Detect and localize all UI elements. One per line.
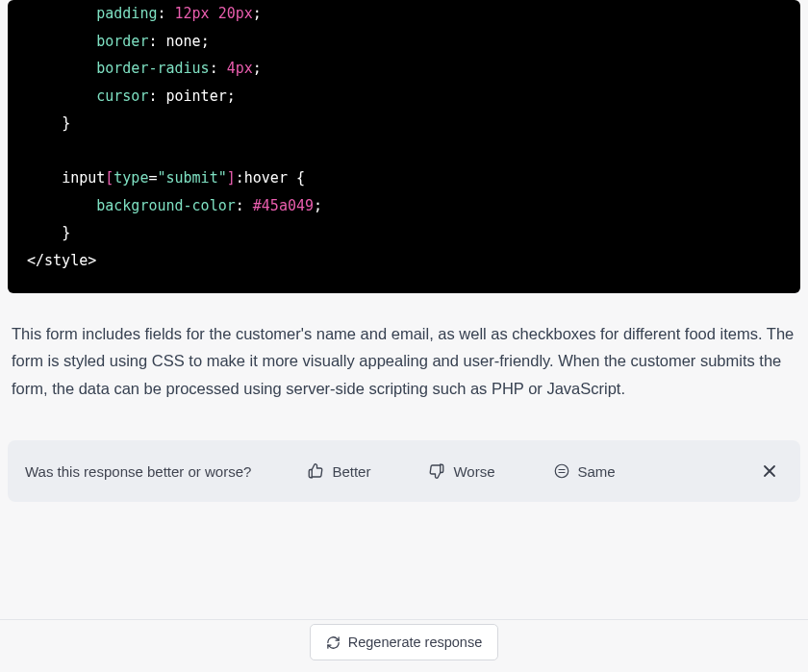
code-token: 12px 20px	[175, 5, 253, 22]
code-token: :	[236, 197, 253, 214]
code-token: 4px	[227, 60, 253, 77]
code-token: :	[148, 33, 165, 50]
regenerate-button[interactable]: Regenerate response	[310, 624, 498, 660]
code-token: [	[105, 169, 114, 187]
code-token: none	[166, 33, 201, 50]
feedback-worse-label: Worse	[453, 463, 494, 480]
code-token: background-color	[96, 197, 236, 214]
code-block: padding: 12px 20px; border: none; border…	[8, 0, 800, 293]
code-token: cursor	[96, 87, 148, 105]
code-token	[27, 5, 96, 22]
code-token: </	[27, 252, 44, 269]
code-token: :	[148, 87, 165, 105]
regenerate-label: Regenerate response	[348, 635, 482, 650]
code-content: padding: 12px 20px; border: none; border…	[8, 0, 800, 274]
code-token: ;	[201, 33, 210, 50]
feedback-close-button[interactable]	[756, 458, 783, 485]
thumbs-down-icon	[428, 462, 445, 480]
thumbs-up-icon	[307, 462, 324, 480]
code-token: pointer	[166, 87, 227, 105]
code-token: #45a049	[253, 197, 314, 214]
code-token: :	[210, 60, 227, 77]
equals-icon	[553, 462, 570, 480]
feedback-worse-button[interactable]: Worse	[422, 459, 500, 484]
code-token: ;	[227, 87, 236, 105]
code-token	[27, 224, 62, 241]
code-token: :	[157, 5, 174, 22]
feedback-same-button[interactable]: Same	[547, 459, 621, 484]
code-token: >	[88, 252, 96, 269]
code-token	[27, 197, 96, 214]
feedback-same-label: Same	[578, 463, 616, 480]
code-token: border-radius	[96, 60, 209, 77]
feedback-prompt: Was this response better or worse?	[25, 463, 251, 480]
response-description: This form includes fields for the custom…	[0, 293, 808, 421]
code-token: ;	[253, 60, 262, 77]
code-token: ;	[253, 5, 262, 22]
code-token: :hover	[236, 169, 296, 187]
code-token	[27, 87, 96, 105]
refresh-icon	[326, 635, 341, 650]
code-token: type	[114, 169, 148, 187]
code-token: "submit"	[157, 169, 226, 187]
code-token	[27, 60, 96, 77]
code-token	[27, 169, 62, 187]
divider	[0, 619, 808, 620]
code-token: ;	[314, 197, 322, 214]
code-token: border	[96, 33, 148, 50]
code-token: ]	[227, 169, 236, 187]
feedback-bar: Was this response better or worse? Bette…	[8, 440, 800, 502]
code-token: {	[296, 169, 305, 187]
code-token	[27, 114, 62, 132]
code-token	[27, 33, 96, 50]
code-token: style	[44, 252, 88, 269]
feedback-better-label: Better	[332, 463, 370, 480]
close-icon	[760, 461, 779, 481]
code-token: }	[62, 114, 70, 132]
code-token: }	[62, 224, 70, 241]
feedback-better-button[interactable]: Better	[301, 459, 376, 484]
code-token: padding	[96, 5, 157, 22]
svg-point-0	[555, 464, 568, 478]
code-token: input	[62, 169, 105, 187]
